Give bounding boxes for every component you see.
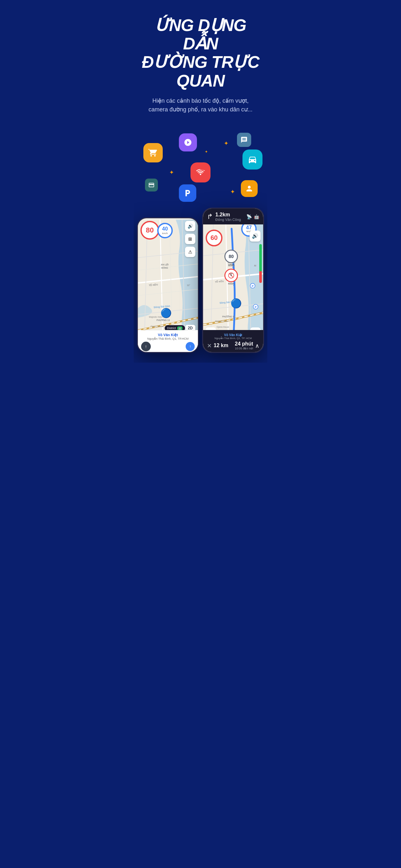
svg-text:30°: 30° <box>187 284 190 286</box>
svg-text:Majestic Hotel: Majestic Hotel <box>215 320 228 322</box>
svg-text:PHƯỜNG 13: PHƯỜNG 13 <box>222 315 235 317</box>
phones-section: AN LỢI ĐÔNG TỐ HỮU Sông Sài Gòn PHƯỜNG 1… <box>134 217 267 363</box>
nav-distance: 1.2km <box>215 212 246 218</box>
nav-info: 1.2km Đồng Văn Công <box>215 212 246 222</box>
chevron-up-button[interactable]: ∧ <box>255 342 259 349</box>
speed-limit-value: 60 <box>211 234 218 242</box>
title-line1: ỨNG DỤNG DẪN <box>155 16 246 53</box>
warning-100m: 100m <box>228 263 235 266</box>
title-line2: ĐƯỜNG TRỰC QUAN <box>142 53 259 90</box>
location-arrow-2: 🔵 <box>230 298 242 309</box>
main-title: ỨNG DỤNG DẪN ĐƯỜNG TRỰC QUAN <box>140 16 261 90</box>
traffic-bar <box>259 244 262 283</box>
phone2-screen: ▲ ▲ ▲ ▲ ▲ AN LỢI ĐÔNG AI TỐ HỮU Sông Sài… <box>203 209 263 353</box>
nav-up-button[interactable]: ↑ <box>141 342 151 351</box>
svg-text:PHƯỜNG 13: PHƯỜNG 13 <box>157 318 170 321</box>
layers-button[interactable]: ⊞ <box>185 234 195 244</box>
right-icons[interactable]: 🔊 ⊞ ⚠ <box>185 221 195 257</box>
page-container: ỨNG DỤNG DẪN ĐƯỜNG TRỰC QUAN Hiện các cả… <box>134 0 267 363</box>
sound-button-2[interactable]: 🔊 <box>250 230 260 242</box>
star-icon-3: ✦ <box>230 188 235 195</box>
dest-name-2: Võ Văn Kiệt <box>207 333 259 337</box>
dash-icon: 🤖 <box>254 214 259 219</box>
traffic-green <box>259 244 262 271</box>
close-button[interactable]: ✕ <box>207 342 212 349</box>
warning-speed-80: 80 <box>224 250 238 263</box>
sound-button[interactable]: 🔊 <box>185 221 195 231</box>
nav-controls-2: ✕ 12 km 24 phút 10:05 đến nơi ∧ <box>207 341 259 351</box>
speed-current-indicator: 40 km/h <box>157 223 173 238</box>
stat-distance: 12 km <box>214 343 228 348</box>
svg-text:P: P <box>255 306 257 309</box>
speed-warnings: 60 47 km/h 80 100m <box>206 229 257 285</box>
chat-icon <box>237 133 251 147</box>
direction-arrow: ↱ <box>207 213 213 221</box>
nav-street: Đồng Văn Công <box>215 218 246 222</box>
dest-sub-2: Nguyễn Thái Bình, Q1, TP. HCM <box>207 337 259 340</box>
svg-text:▲: ▲ <box>233 319 235 322</box>
svg-text:AN LỢI: AN LỢI <box>161 263 168 266</box>
cart-icon <box>143 143 163 162</box>
camera-warning <box>224 269 238 282</box>
star-icon-4: ✦ <box>205 150 208 154</box>
destination-name: Võ Văn Kiệt <box>141 333 195 337</box>
svg-text:ĐÔNG: ĐÔNG <box>161 267 168 269</box>
nav-top-bar: ↱ 1.2km Đồng Văn Công 📡 🤖 <box>203 209 263 224</box>
arrival-time: 10:05 đến nơi <box>235 347 253 350</box>
nav-controls: ↑ ↑ <box>141 342 195 351</box>
distance-value: 12 km <box>214 343 228 348</box>
phone2: ▲ ▲ ▲ ▲ ▲ AN LỢI ĐÔNG AI TỐ HỮU Sông Sài… <box>202 217 264 353</box>
svg-text:Opera House: Opera House <box>150 325 164 328</box>
speed-current-value: 47 <box>246 225 252 230</box>
time-value: 24 phút <box>235 341 253 347</box>
star-icon-2: ✦ <box>169 169 174 176</box>
header-section: ỨNG DỤNG DẪN ĐƯỜNG TRỰC QUAN Hiện các cả… <box>134 0 267 120</box>
star-icon-1: ✦ <box>224 140 228 147</box>
location-arrow: 🔵 <box>160 308 172 318</box>
remote-icon <box>190 162 211 182</box>
speed-limit-indicator: 80 <box>141 221 159 240</box>
svg-point-45 <box>230 275 232 276</box>
nav-stats: 12 km 24 phút 10:05 đến nơi <box>214 341 253 350</box>
nav-right-icons: 📡 🤖 <box>246 214 259 219</box>
parking-icon <box>179 184 196 202</box>
speed-limit-60: 60 <box>206 229 222 246</box>
icons-section: ✦ ✦ ✦ ✦ <box>134 124 267 214</box>
nav-bar-phone2: Võ Văn Kiệt Nguyễn Thái Bình, Q1, TP. HC… <box>203 330 263 353</box>
svg-text:Opera House: Opera House <box>217 326 229 329</box>
alerts-button[interactable]: ⚠ <box>185 247 195 257</box>
puzzle-icon <box>179 133 197 151</box>
phone2-frame: ▲ ▲ ▲ ▲ ▲ AN LỢI ĐÔNG AI TỐ HỮU Sông Sài… <box>202 208 264 353</box>
sub-destination: Nguyễn Thái Bình, Q1, TP.HCM <box>141 337 195 340</box>
stat-time: 24 phút 10:05 đến nơi <box>235 341 253 350</box>
nav-right-button[interactable]: ↑ <box>186 342 195 351</box>
nav-bar-phone1: Võ Văn Kiệt Nguyễn Thái Bình, Q1, TP.HCM… <box>138 330 198 353</box>
phone1-screen: AN LỢI ĐÔNG TỐ HỮU Sông Sài Gòn PHƯỜNG 1… <box>138 218 198 353</box>
warning-400m: 400m <box>228 282 235 285</box>
person-icon <box>241 180 258 197</box>
phone1: AN LỢI ĐÔNG TỐ HỮU Sông Sài Gòn PHƯỜNG 1… <box>137 217 199 353</box>
card-icon <box>145 179 158 191</box>
car-icon <box>243 150 263 169</box>
traffic-red <box>259 271 262 283</box>
phone1-frame: AN LỢI ĐÔNG TỐ HỮU Sông Sài Gòn PHƯỜNG 1… <box>137 217 199 353</box>
subtitle: Hiện các cảnh báo tốc độ, cấm vượt, came… <box>140 97 261 114</box>
signal-icon: 📡 <box>246 214 252 219</box>
